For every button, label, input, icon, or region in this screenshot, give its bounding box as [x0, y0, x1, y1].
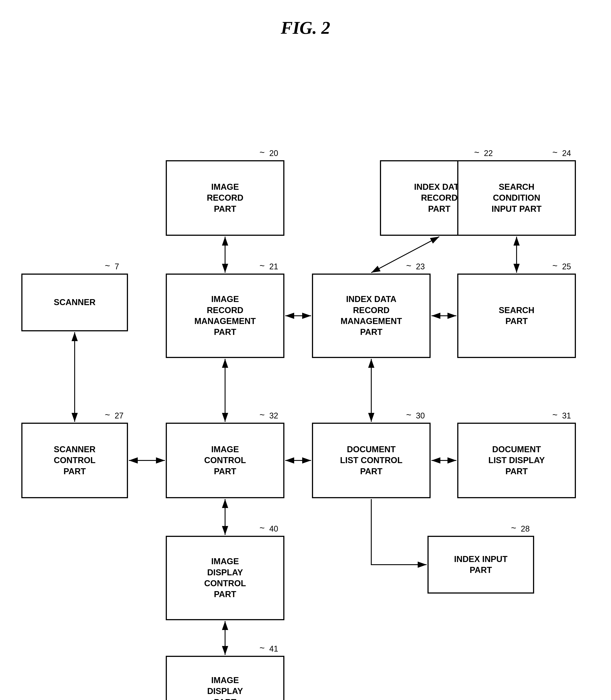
image-record-management-part-label: IMAGERECORDMANAGEMENTPART — [194, 294, 256, 338]
tilde-41: ~ — [259, 643, 265, 653]
index-data-record-part-label: INDEX DATARECORDPART — [414, 181, 465, 214]
image-display-part-box: IMAGEDISPLAYPART — [166, 656, 284, 700]
ref-28: 28 — [521, 524, 530, 534]
scanner-control-part-box: SCANNERCONTROLPART — [21, 423, 128, 498]
tilde-22: ~ — [474, 147, 479, 157]
image-display-control-part-label: IMAGEDISPLAYCONTROLPART — [204, 556, 246, 600]
search-part-label: SEARCHPART — [499, 305, 534, 327]
ref-30: 30 — [416, 411, 425, 420]
ref-22: 22 — [484, 149, 493, 158]
svg-line-3 — [371, 237, 439, 273]
tilde-24: ~ — [552, 147, 557, 157]
tilde-32: ~ — [259, 410, 265, 420]
index-input-part-label: INDEX INPUTPART — [454, 554, 508, 576]
tilde-31: ~ — [552, 410, 557, 420]
document-list-control-part-label: DOCUMENTLIST CONTROLPART — [340, 444, 403, 477]
tilde-23: ~ — [406, 260, 411, 271]
tilde-27: ~ — [105, 410, 110, 420]
index-data-record-management-part-box: INDEX DATARECORDMANAGEMENTPART — [312, 273, 431, 358]
index-data-record-management-part-label: INDEX DATARECORDMANAGEMENTPART — [341, 294, 402, 338]
scanner-label: SCANNER — [54, 297, 95, 308]
search-condition-input-part-label: SEARCHCONDITIONINPUT PART — [491, 181, 541, 214]
ref-40: 40 — [269, 524, 278, 534]
index-input-part-box: INDEX INPUTPART — [428, 536, 534, 594]
tilde-21: ~ — [259, 260, 265, 271]
image-control-part-label: IMAGECONTROLPART — [204, 444, 246, 477]
ref-20: 20 — [269, 149, 278, 158]
document-list-display-part-box: DOCUMENTLIST DISPLAYPART — [457, 423, 576, 498]
ref-31: 31 — [562, 411, 571, 420]
tilde-7: ~ — [105, 260, 110, 271]
tilde-40: ~ — [259, 523, 265, 533]
ref-7: 7 — [115, 262, 119, 271]
image-record-management-part-box: IMAGERECORDMANAGEMENTPART — [166, 273, 284, 358]
ref-24: 24 — [562, 149, 571, 158]
ref-21: 21 — [269, 262, 278, 271]
ref-27: 27 — [115, 411, 123, 420]
image-record-part-label: IMAGERECORDPART — [207, 181, 243, 214]
tilde-25: ~ — [552, 260, 557, 271]
tilde-28: ~ — [511, 523, 516, 533]
ref-32: 32 — [269, 411, 278, 420]
image-display-control-part-box: IMAGEDISPLAYCONTROLPART — [166, 536, 284, 620]
scanner-box: SCANNER — [21, 273, 128, 331]
image-display-part-label: IMAGEDISPLAYPART — [207, 675, 243, 700]
document-list-control-part-box: DOCUMENTLIST CONTROLPART — [312, 423, 431, 498]
tilde-20: ~ — [259, 147, 265, 157]
page-title: FIG. 2 — [0, 0, 611, 51]
image-control-part-box: IMAGECONTROLPART — [166, 423, 284, 498]
document-list-display-part-label: DOCUMENTLIST DISPLAYPART — [488, 444, 545, 477]
search-condition-input-part-box: SEARCHCONDITIONINPUT PART — [457, 160, 576, 236]
ref-23: 23 — [416, 262, 425, 271]
ref-25: 25 — [562, 262, 571, 271]
image-record-part-box: IMAGERECORDPART — [166, 160, 284, 236]
scanner-control-part-label: SCANNERCONTROLPART — [54, 444, 95, 477]
search-part-box: SEARCHPART — [457, 273, 576, 358]
tilde-30: ~ — [406, 410, 411, 420]
ref-41: 41 — [269, 644, 278, 654]
